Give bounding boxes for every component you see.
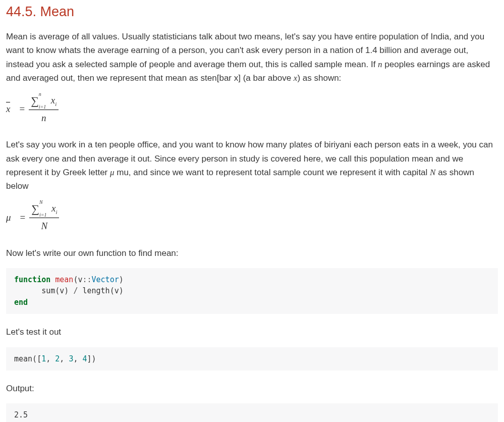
tok-number: 2	[55, 354, 60, 363]
tok-number: 4	[82, 354, 87, 363]
formula-population-mean: μ = ∑ N i=1 xi N	[6, 201, 498, 234]
text-span: ) as shown:	[297, 73, 341, 83]
tok-call: mean([	[14, 354, 41, 363]
equals-sign: =	[20, 210, 26, 225]
sigma-lower: i=1	[39, 213, 47, 218]
section-heading: 44.5. Mean	[6, 1, 498, 23]
code-block-function-def: function mean(v::Vector) sum(v) / length…	[6, 268, 498, 314]
tok-type: Vector	[92, 275, 119, 284]
tok-body-b: length(v)	[78, 286, 123, 295]
tok-sep: ,	[60, 354, 69, 363]
code-block-call: mean([1, 2, 3, 4])	[6, 347, 498, 371]
tok-paren-close: )	[119, 275, 124, 284]
sigma-glyph: ∑	[31, 202, 39, 215]
var-xbar: x	[6, 101, 10, 117]
tok-paren-open: (v	[73, 275, 82, 284]
var-mu: μ	[110, 168, 115, 177]
term-sub: i	[55, 101, 57, 107]
sigma-lower: i=1	[39, 104, 46, 110]
sigma-glyph: ∑	[31, 94, 39, 107]
intro-paragraph-1: Mean is average of all values. Usually s…	[6, 30, 498, 85]
tok-indent	[14, 286, 41, 295]
formula-sample-mean: x = ∑ n i=1 xi n	[6, 93, 498, 126]
tok-close: ])	[87, 354, 96, 363]
tok-body-a: sum(v)	[41, 286, 73, 295]
tok-function-name: mean	[55, 275, 73, 284]
paragraph-write-function: Now let's write our own function to find…	[6, 246, 498, 260]
tok-number: 1	[41, 354, 46, 363]
numerator: ∑ n i=1 xi	[29, 93, 59, 110]
code-block-output: 2.5	[6, 403, 498, 422]
summation: ∑ n i=1 xi	[31, 93, 57, 109]
fraction: ∑ n i=1 xi n	[29, 93, 59, 126]
tok-keyword: function	[14, 275, 50, 284]
var-n: n	[378, 60, 382, 69]
fraction: ∑ N i=1 xi N	[29, 201, 59, 234]
text-span: mu, and since we want to represent total…	[115, 168, 430, 177]
tok-sep: ,	[46, 354, 55, 363]
summand: xi	[51, 93, 57, 109]
paragraph-test-it: Let's test it out	[6, 325, 498, 339]
numerator: ∑ N i=1 xi	[29, 201, 59, 218]
term-sub: i	[55, 209, 57, 215]
sigma-symbol: ∑ n i=1	[31, 95, 39, 107]
summand: xi	[51, 201, 58, 217]
sigma-upper: N	[39, 200, 43, 205]
tok-double-colon: ::	[82, 275, 91, 284]
var-big-n: N	[430, 168, 435, 177]
formula-lhs: μ	[6, 210, 11, 225]
paragraph-output-label: Output:	[6, 382, 498, 395]
tok-keyword: end	[14, 298, 28, 307]
tok-sep: ,	[73, 354, 82, 363]
intro-paragraph-2: Let's say you work in a ten people offic…	[6, 138, 498, 193]
denominator: n	[41, 110, 46, 126]
summation: ∑ N i=1 xi	[31, 201, 57, 217]
sigma-symbol: ∑ N i=1	[31, 203, 39, 215]
equals-sign: =	[19, 101, 25, 117]
output-value: 2.5	[14, 410, 28, 419]
denominator: N	[41, 218, 48, 234]
formula-lhs: x	[6, 101, 10, 117]
sigma-upper: n	[39, 92, 41, 97]
